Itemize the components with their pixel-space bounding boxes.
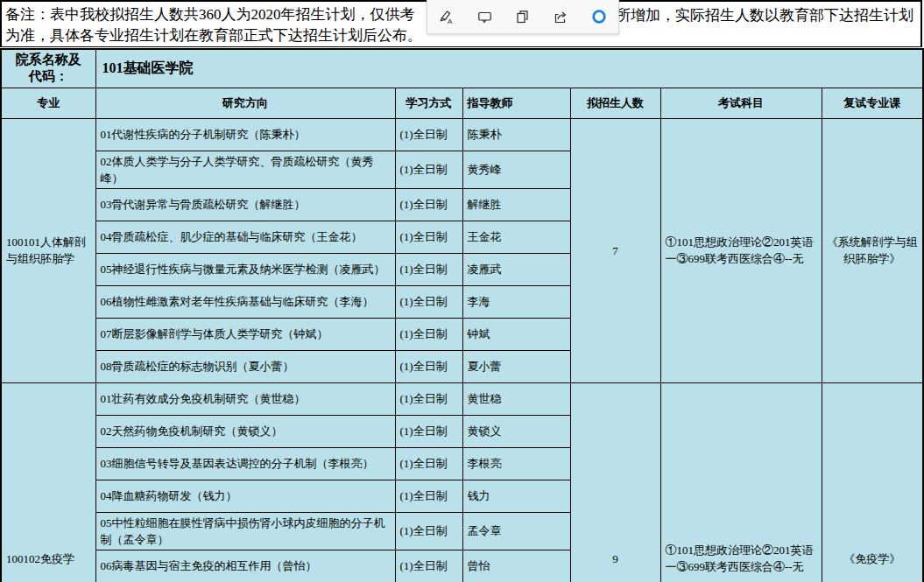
teacher-cell: 钱力 <box>462 480 570 512</box>
mode-cell: (1)全日制 <box>395 253 462 285</box>
highlight-button[interactable]: A <box>433 4 461 30</box>
add-note-button[interactable] <box>470 4 498 30</box>
major-cell: 100102免疫学 <box>1 382 95 582</box>
teacher-cell: 凌雁武 <box>462 253 570 285</box>
direction-cell: 02天然药物免疫机制研究（黄锁义） <box>95 415 395 447</box>
column-header-quota: 拟招生人数 <box>570 88 660 118</box>
column-header-exam: 考试科目 <box>660 88 822 118</box>
direction-cell: 01代谢性疾病的分子机制研究（陈秉朴） <box>95 118 395 151</box>
svg-text:A: A <box>448 18 453 25</box>
teacher-cell: 李根亮 <box>462 447 570 480</box>
exam-subjects-cell: ①101思想政治理论②201英语一③699联考西医综合④--无 <box>660 118 822 382</box>
direction-cell: 06病毒基因与宿主免疫的相互作用（曾怡） <box>95 550 395 582</box>
column-header-direction: 研究方向 <box>95 88 395 118</box>
direction-cell: 07断层影像解剖学与体质人类学研究（钟斌） <box>95 318 395 350</box>
column-header-major: 专业 <box>1 88 95 118</box>
mode-cell: (1)全日制 <box>395 415 462 447</box>
direction-cell: 03细胞信号转导及基因表达调控的分子机制（李根亮） <box>95 447 395 480</box>
teacher-cell: 钟斌 <box>462 318 570 350</box>
direction-cell: 04降血糖药物研发（钱力） <box>95 480 395 512</box>
mode-cell: (1)全日制 <box>395 285 462 318</box>
mode-cell: (1)全日制 <box>395 480 462 512</box>
department-label: 院系名称及 代码： <box>1 49 95 88</box>
major-cell: 100101人体解剖与组织胚胎学 <box>1 118 95 382</box>
mode-cell: (1)全日制 <box>395 447 462 480</box>
direction-cell: 03骨代谢异常与骨质疏松研究（解继胜） <box>95 188 395 221</box>
ask-cortana-button[interactable] <box>585 4 613 30</box>
direction-cell: 06植物性雌激素对老年性疾病基础与临床研究（李海） <box>95 285 395 318</box>
teacher-cell: 孟令章 <box>462 512 570 550</box>
column-header-row: 专业 研究方向 学习方式 指导教师 拟招生人数 考试科目 复试专业课 <box>1 88 923 118</box>
mode-cell: (1)全日制 <box>395 550 462 582</box>
retest-course-cell: 《系统解剖学与组织胚胎学》 <box>822 118 923 382</box>
direction-cell: 05神经退行性疾病与微量元素及纳米医学检测（凌雁武） <box>95 253 395 285</box>
teacher-cell: 黄锁义 <box>462 415 570 447</box>
direction-cell: 04骨质疏松症、肌少症的基础与临床研究（王金花） <box>95 221 395 253</box>
department-row: 院系名称及 代码： 101基础医学院 <box>1 49 923 88</box>
mode-cell: (1)全日制 <box>395 382 462 415</box>
teacher-cell: 王金花 <box>462 221 570 253</box>
column-header-teacher: 指导教师 <box>462 88 570 118</box>
mode-cell: (1)全日制 <box>395 512 462 550</box>
direction-cell: 08骨质疏松症的标志物识别（夏小蕾） <box>95 350 395 382</box>
highlight-icon: A <box>438 9 455 25</box>
column-header-retest: 复试专业课 <box>822 88 923 118</box>
exam-subjects-cell: ①101思想政治理论②201英语一③699联考西医综合④--无 <box>660 382 822 582</box>
mode-cell: (1)全日制 <box>395 318 462 350</box>
quota-cell: 9 <box>570 382 660 582</box>
mode-cell: (1)全日制 <box>395 151 462 188</box>
table-body: 100101人体解剖与组织胚胎学01代谢性疾病的分子机制研究（陈秉朴）(1)全日… <box>1 118 923 582</box>
quota-cell: 7 <box>570 118 660 382</box>
mode-cell: (1)全日制 <box>395 118 462 151</box>
share-button[interactable] <box>547 4 575 30</box>
department-name: 101基础医学院 <box>95 49 923 88</box>
direction-cell: 05中性粒细胞在膜性肾病中损伤肾小球内皮细胞的分子机制（孟令章） <box>95 512 395 550</box>
note-line1-right: 所增加，实际招生人数以教育部下达招生计划 <box>616 5 913 26</box>
note-line1-left: 备注：表中我校拟招生人数共360人为2020年招生计划，仅供考 <box>5 6 415 23</box>
retest-course-cell: 《免疫学》 <box>822 382 923 582</box>
teacher-cell: 黄秀峰 <box>462 151 570 188</box>
ask-cortana-icon <box>590 8 608 25</box>
copy-button[interactable] <box>509 4 537 30</box>
mode-cell: (1)全日制 <box>395 188 462 221</box>
direction-cell: 01壮药有效成分免疫机制研究（黄世稳） <box>95 382 395 415</box>
teacher-cell: 陈秉朴 <box>462 118 570 151</box>
teacher-cell: 解继胜 <box>462 188 570 221</box>
teacher-cell: 李海 <box>462 285 570 318</box>
mode-cell: (1)全日制 <box>395 221 462 253</box>
share-icon <box>553 9 569 25</box>
direction-cell: 02体质人类学与分子人类学研究、骨质疏松研究（黄秀峰） <box>95 151 395 188</box>
admissions-table: 院系名称及 代码： 101基础医学院 专业 研究方向 学习方式 指导教师 拟招生… <box>0 48 924 582</box>
table-row: 100102免疫学01壮药有效成分免疫机制研究（黄世稳）(1)全日制黄世稳9①1… <box>1 382 923 415</box>
copy-icon <box>514 9 531 25</box>
teacher-cell: 夏小蕾 <box>462 350 570 382</box>
teacher-cell: 黄世稳 <box>462 382 570 415</box>
mode-cell: (1)全日制 <box>395 350 462 382</box>
column-header-mode: 学习方式 <box>395 88 462 118</box>
selection-mini-toolbar: A <box>427 0 619 34</box>
teacher-cell: 曾怡 <box>462 550 570 582</box>
add-note-icon <box>476 9 493 25</box>
table-row: 100101人体解剖与组织胚胎学01代谢性疾病的分子机制研究（陈秉朴）(1)全日… <box>1 118 923 151</box>
